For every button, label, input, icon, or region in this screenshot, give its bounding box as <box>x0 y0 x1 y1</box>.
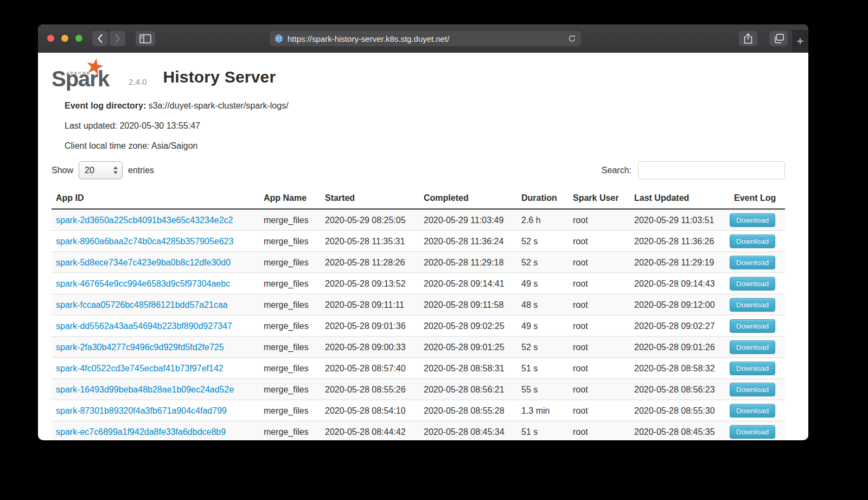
download-button[interactable]: Download <box>730 425 775 439</box>
app-id-link[interactable]: spark-87301b89320f4a3fb671a904c4fad799 <box>56 406 227 415</box>
event-log-cell: Download <box>730 315 785 337</box>
column-header-started[interactable]: Started <box>321 190 419 209</box>
spark-user-cell: root <box>569 209 630 231</box>
download-button[interactable]: Download <box>730 235 775 248</box>
tab-overview-button[interactable] <box>769 31 788 46</box>
event-log-cell: Download <box>730 231 785 252</box>
column-header-spark-user[interactable]: Spark User <box>569 190 630 209</box>
column-header-app-name[interactable]: App Name <box>259 190 321 209</box>
share-button[interactable] <box>739 31 757 46</box>
duration-cell: 1.3 min <box>517 400 569 421</box>
up-down-arrows-icon <box>113 166 118 175</box>
duration-cell: 52 s <box>517 252 569 273</box>
spark-logo: APACHE Spark ★ <box>52 59 121 90</box>
event-log-cell: Download <box>730 337 785 358</box>
share-icon <box>744 33 752 44</box>
minimize-window-button[interactable] <box>61 35 68 42</box>
address-bar[interactable]: https://spark-history-server.k8s.stg.duy… <box>270 31 581 46</box>
table-row: spark-4fc0522cd3e745ecbaf41b73f97ef142me… <box>52 358 785 379</box>
last-updated-cell: 2020-05-28 11:36:26 <box>630 231 730 252</box>
reload-icon[interactable] <box>568 34 576 43</box>
app-name-cell: merge_files <box>259 231 321 252</box>
download-button[interactable]: Download <box>730 277 775 290</box>
zoom-window-button[interactable] <box>75 35 82 42</box>
app-id-cell: spark-2d3650a225cb4091b43e65c43234e2c2 <box>52 209 259 231</box>
column-header-event-log[interactable]: Event Log <box>730 190 785 209</box>
completed-cell: 2020-05-28 08:55:28 <box>419 400 517 421</box>
started-cell: 2020-05-28 11:28:26 <box>321 252 419 273</box>
last-updated-cell: 2020-05-28 09:01:26 <box>630 337 730 358</box>
app-id-link[interactable]: spark-dd5562a43aa54694b223bf890d927347 <box>56 321 232 331</box>
chevron-right-icon <box>114 34 120 43</box>
table-header-row: App IDApp NameStartedCompletedDurationSp… <box>52 190 785 209</box>
app-id-link[interactable]: spark-2fa30b4277c9496c9d929fd5fd2fe725 <box>56 343 224 352</box>
completed-cell: 2020-05-28 09:14:41 <box>419 273 517 294</box>
column-header-last-updated[interactable]: Last Updated <box>630 190 730 209</box>
download-button[interactable]: Download <box>730 404 775 417</box>
last-updated-cell: 2020-05-28 08:45:35 <box>630 421 730 440</box>
timezone-line: Client local time zone: Asia/Saigon <box>65 141 785 151</box>
applications-table: App IDApp NameStartedCompletedDurationSp… <box>52 190 785 440</box>
download-button[interactable]: Download <box>730 362 775 375</box>
app-id-cell: spark-dd5562a43aa54694b223bf890d927347 <box>52 315 259 337</box>
event-log-directory-line: Event log directory: s3a://duyet-spark-c… <box>65 100 785 111</box>
column-header-completed[interactable]: Completed <box>419 190 517 209</box>
app-id-cell: spark-16493d99beba48b28ae1b09ec24ad52e <box>52 379 259 400</box>
completed-cell: 2020-05-28 09:11:58 <box>419 294 517 315</box>
spark-user-cell: root <box>569 337 630 358</box>
app-name-cell: merge_files <box>259 421 321 440</box>
event-log-cell: Download <box>730 252 785 273</box>
entries-label: entries <box>128 166 154 175</box>
spark-user-cell: root <box>569 231 630 252</box>
app-id-link[interactable]: spark-fccaa05726bc485f86121bdd57a21caa <box>56 300 228 309</box>
column-header-app-id[interactable]: App ID <box>52 190 259 209</box>
sidebar-panel-icon <box>139 34 151 43</box>
last-updated-cell: 2020-05-28 08:55:30 <box>630 400 730 421</box>
app-id-link[interactable]: spark-5d8ece734e7c423e9ba0b8c12dfe30d0 <box>56 258 231 267</box>
last-updated-cell: 2020-05-28 08:58:32 <box>630 358 730 379</box>
column-header-duration[interactable]: Duration <box>517 190 569 209</box>
entries-select[interactable]: 20 <box>79 161 123 179</box>
completed-cell: 2020-05-28 11:29:18 <box>419 252 517 273</box>
app-id-link[interactable]: spark-8960a6baa2c74b0ca4285b357905e623 <box>56 237 233 246</box>
sidebar-toggle-button[interactable] <box>136 31 155 46</box>
download-button[interactable]: Download <box>730 319 775 333</box>
app-id-link[interactable]: spark-16493d99beba48b28ae1b09ec24ad52e <box>56 385 234 394</box>
close-window-button[interactable] <box>47 35 54 42</box>
duration-cell: 51 s <box>517 421 569 440</box>
download-button[interactable]: Download <box>730 256 775 269</box>
table-row: spark-8960a6baa2c74b0ca4285b357905e623me… <box>52 231 785 252</box>
spark-user-cell: root <box>569 315 630 337</box>
app-id-link[interactable]: spark-467654e9cc994e6583d9c5f97304aebc <box>56 279 230 288</box>
app-id-link[interactable]: spark-2d3650a225cb4091b43e65c43234e2c2 <box>56 216 233 225</box>
event-log-directory-label: Event log directory: <box>65 101 146 110</box>
table-row: spark-87301b89320f4a3fb671a904c4fad799me… <box>52 400 785 421</box>
traffic-lights <box>47 35 82 42</box>
app-id-link[interactable]: spark-ec7c6899a1f942da8fe33fa6dbdce8b9 <box>56 427 226 436</box>
spark-user-cell: root <box>569 421 630 440</box>
download-button[interactable]: Download <box>730 340 775 354</box>
app-id-cell: spark-467654e9cc994e6583d9c5f97304aebc <box>52 273 259 294</box>
app-name-cell: merge_files <box>259 337 321 358</box>
last-updated-cell: 2020-05-29 11:03:51 <box>630 209 730 231</box>
app-id-link[interactable]: spark-4fc0522cd3e745ecbaf41b73f97ef142 <box>56 364 224 373</box>
app-id-cell: spark-87301b89320f4a3fb671a904c4fad799 <box>52 400 259 421</box>
globe-icon <box>275 34 283 43</box>
search-input[interactable] <box>638 161 785 179</box>
completed-cell: 2020-05-28 08:56:21 <box>419 379 517 400</box>
last-updated-cell: 2020-05-28 09:14:43 <box>630 273 730 294</box>
last-updated-cell: 2020-05-28 08:56:23 <box>630 379 730 400</box>
app-id-cell: spark-ec7c6899a1f942da8fe33fa6dbdce8b9 <box>52 421 259 440</box>
duration-cell: 48 s <box>517 294 569 315</box>
table-row: spark-5d8ece734e7c423e9ba0b8c12dfe30d0me… <box>52 252 785 273</box>
new-tab-button[interactable]: + <box>792 30 808 52</box>
download-button[interactable]: Download <box>730 298 775 312</box>
table-row: spark-fccaa05726bc485f86121bdd57a21caame… <box>52 294 785 315</box>
app-name-cell: merge_files <box>259 209 321 231</box>
completed-cell: 2020-05-29 11:03:49 <box>419 209 517 231</box>
forward-button[interactable] <box>110 31 125 46</box>
table-row: spark-2d3650a225cb4091b43e65c43234e2c2me… <box>52 209 785 231</box>
back-button[interactable] <box>92 31 108 46</box>
download-button[interactable]: Download <box>730 383 775 396</box>
download-button[interactable]: Download <box>730 213 775 227</box>
